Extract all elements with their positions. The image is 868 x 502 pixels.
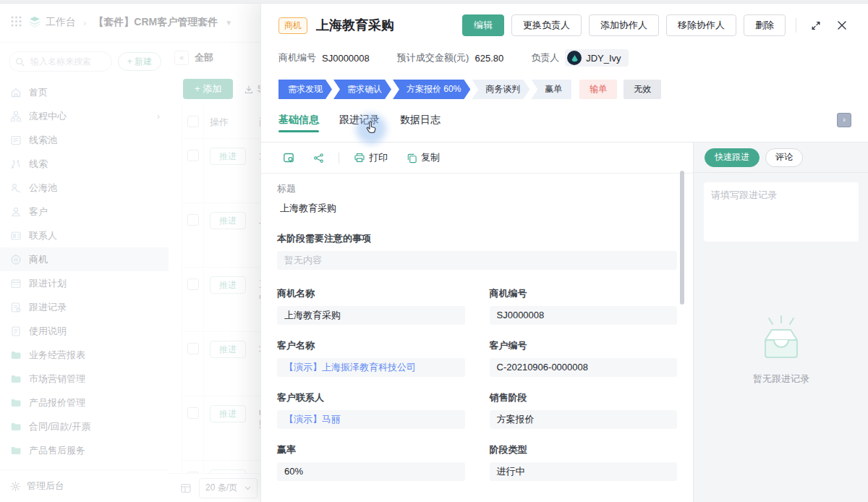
workspace-breadcrumb[interactable]: 工作台 (28, 15, 76, 30)
flow-icon (10, 111, 22, 122)
collapse-right-panel-icon[interactable]: › (837, 113, 851, 127)
quick-followup-button[interactable]: 快速跟进 (705, 148, 760, 167)
stage-step-current[interactable]: 方案报价 60% (393, 80, 470, 99)
sidebar-item-label: 市场营销管理 (29, 373, 85, 386)
add-record-button[interactable]: + 添加 (183, 79, 233, 99)
sidebar-item-process-center[interactable]: 流程中心 › (0, 104, 169, 128)
edit-button[interactable]: 编辑 (462, 14, 504, 36)
advance-stage-button[interactable]: 推进 (210, 148, 246, 165)
app-title[interactable]: 【套件】CRM客户管理套件 (93, 16, 218, 29)
delete-button[interactable]: 删除 (744, 14, 786, 36)
row-checkbox[interactable] (187, 214, 199, 226)
copy-button[interactable]: 复制 (402, 150, 444, 165)
owner-name: JDY_Ivy (586, 53, 621, 64)
row-checkbox[interactable] (187, 343, 199, 354)
print-button[interactable]: 打印 (349, 150, 392, 165)
sidebar-item-business-reports[interactable]: 业务经营报表 (0, 343, 169, 367)
advance-stage-button[interactable]: 推进 (210, 341, 246, 358)
sidebar-item-leads[interactable]: 线索 (0, 152, 169, 176)
sidebar-item-marketing[interactable]: 市场营销管理 (0, 367, 169, 391)
sidebar-item-instructions[interactable]: 使用说明 (0, 319, 169, 343)
sidebar-item-label: 线索池 (29, 134, 57, 147)
sidebar-item-public-pool[interactable]: 公海池 (0, 176, 169, 200)
background-workspace: 工作台 › 【套件】CRM客户管理套件 ▼ + 新建 首页 (0, 3, 260, 502)
comment-button[interactable]: 评论 (765, 148, 803, 167)
sidebar-item-contacts[interactable]: 联系人 (0, 224, 169, 247)
add-collaborator-button[interactable]: 添加协作人 (589, 14, 659, 36)
close-icon[interactable] (833, 16, 851, 35)
stage-step[interactable]: 商务谈判 (472, 80, 529, 99)
stage-invalid[interactable]: 无效 (624, 80, 661, 99)
sidebar-item-label: 客户 (29, 205, 48, 218)
select-all-checkbox[interactable] (187, 116, 199, 127)
sidebar-item-home[interactable]: 首页 (0, 80, 169, 104)
row-checkbox[interactable] (187, 278, 199, 290)
scrollbar-thumb[interactable] (680, 171, 684, 305)
field-value-link[interactable]: 【演示】上海振泽教育科技公司 (277, 358, 465, 377)
stage-step[interactable]: 需求发现 (278, 80, 332, 99)
field-value-link[interactable]: 【演示】马丽 (277, 410, 465, 429)
expand-fullscreen-icon[interactable] (807, 16, 825, 35)
sidebar-item-after-sales[interactable]: 产品售后服务 (0, 438, 169, 462)
sidebar-item-label: 产品报价管理 (29, 396, 85, 409)
sidebar-item-label: 首页 (29, 86, 48, 99)
stage-step[interactable]: 赢单 (531, 80, 571, 99)
export-button[interactable]: 导 (244, 83, 260, 96)
advance-stage-button[interactable]: 推进 (210, 405, 246, 422)
collapse-sidebar-icon[interactable]: « (174, 51, 189, 65)
table-row[interactable]: 推进 上 (182, 203, 260, 268)
advance-stage-button[interactable]: 推进 (210, 276, 246, 294)
tab-data-log[interactable]: 数据日志 (400, 114, 441, 127)
sidebar-item-followup-records[interactable]: 跟进记录 (0, 295, 169, 319)
sidebar-item-quotation-mgmt[interactable]: 产品报价管理 (0, 391, 169, 414)
table-row[interactable]: 推进 帆购 (182, 396, 260, 461)
field-value: 60% (277, 462, 465, 481)
owner-chip[interactable]: JDY_Ivy (565, 49, 628, 67)
sidebar-item-customers[interactable]: 客户 (0, 200, 169, 224)
copy-label: 复制 (421, 151, 440, 164)
change-owner-button[interactable]: 更换负责人 (511, 14, 582, 36)
detail-tabs: 基础信息 跟进记录 数据日志 › (261, 108, 868, 132)
followup-input[interactable] (704, 182, 859, 242)
filter-all-label[interactable]: 全部 (195, 51, 213, 64)
app-grid-icon[interactable] (10, 15, 22, 30)
row-checkbox[interactable] (187, 407, 199, 419)
opportunity-detail-drawer: 商机 上海教育采购 编辑 更换负责人 添加协作人 移除协作人 删除 (260, 0, 868, 502)
empty-inbox-icon (754, 315, 809, 360)
app-title-caret-icon[interactable]: ▼ (225, 19, 232, 27)
stage-step[interactable]: 需求确认 (333, 80, 391, 99)
sidebar-item-followup-plan[interactable]: 跟进计划 (0, 271, 169, 295)
header-divider (796, 18, 796, 33)
sidebar-item-label: 商机 (29, 253, 48, 266)
advance-stage-button[interactable]: 推进 (210, 212, 246, 229)
record-title: 上海教育采购 (316, 17, 394, 34)
preview-image-icon[interactable] (278, 151, 299, 164)
browser-edge-strip (0, 0, 868, 4)
table-view-icon[interactable] (180, 482, 192, 494)
gear-icon (10, 481, 21, 492)
row-checkbox[interactable] (187, 150, 199, 161)
contact-card-icon (10, 230, 22, 242)
table-row[interactable]: 推进 三品 (182, 268, 260, 332)
new-form-button[interactable]: + 新建 (118, 52, 161, 71)
search-input[interactable] (29, 56, 97, 67)
field-label: 标题 (277, 182, 677, 195)
admin-console-link[interactable]: 管理后台 (0, 469, 169, 502)
hand-cursor-icon (364, 120, 378, 135)
share-icon[interactable] (309, 152, 328, 164)
field-label: 商机名称 (277, 287, 465, 300)
page-size-select[interactable]: 20 条/页 (199, 478, 258, 498)
remove-collaborator-button[interactable]: 移除协作人 (666, 14, 736, 36)
sidebar-item-lead-pool[interactable]: 线索池 (0, 128, 169, 152)
stage-lost[interactable]: 输单 (579, 80, 617, 99)
sidebar-item-contract-payment[interactable]: 合同/回款/开票 (0, 414, 169, 438)
followup-side-panel: 快速跟进 评论 暂无跟进记录 (693, 142, 868, 502)
table-row[interactable]: 推进 大 (182, 139, 260, 203)
search-box[interactable] (9, 51, 112, 72)
pagination-bar: 20 条/页 (169, 473, 260, 502)
table-row[interactable]: 推进 北 (182, 332, 260, 396)
sidebar-search-row: + 新建 (0, 43, 169, 79)
download-icon (244, 85, 254, 95)
sidebar-item-opportunities[interactable]: 商机 (0, 247, 169, 271)
tab-basic-info[interactable]: 基础信息 (278, 114, 319, 127)
